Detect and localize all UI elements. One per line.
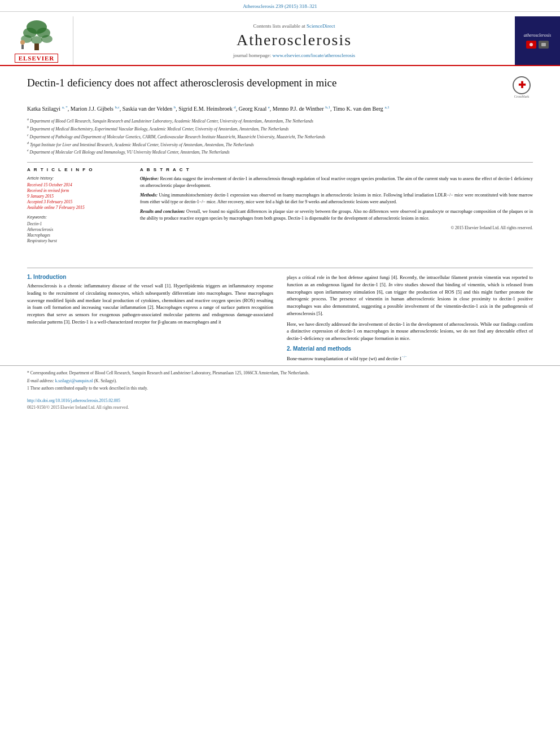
thumb-icon-2 [539, 41, 549, 49]
right-col: plays a critical role in the host defens… [287, 274, 533, 365]
svg-point-9 [530, 43, 533, 46]
corresponding-author-note: * Corresponding author. Department of Bl… [27, 370, 533, 377]
thumb-icon-1 [526, 41, 536, 49]
article-info-heading: A R T I C L E I N F O [27, 167, 129, 172]
authors-line: Katka Szilagyi a, *, Marion J.J. Gijbels… [27, 104, 533, 113]
svg-rect-8 [21, 45, 24, 49]
history-label: Article history: [27, 176, 129, 181]
accepted-date: Accepted 3 February 2015 [27, 199, 129, 204]
doi-link[interactable]: http://dx.doi.org/10.1016/j.atherosclero… [27, 398, 120, 403]
received-date: Received 15 October 2014 [27, 182, 129, 187]
objective-label: Objective: [140, 176, 159, 181]
affiliation-e: e Department of Molecular Cell Biology a… [27, 148, 533, 155]
info-abstract-section: A R T I C L E I N F O Article history: R… [27, 167, 533, 244]
affiliation-d: d Tytgat Institute for Liver and Intesti… [27, 141, 533, 148]
keywords-label: Keywords: [27, 215, 129, 220]
crossmark-badge: ✚ CrossMark [510, 76, 533, 99]
homepage-line: journal homepage: www.elsevier.com/locat… [233, 53, 355, 58]
paper-body: Dectin-1 deficiency does not affect athe… [0, 66, 560, 262]
journal-thumb-text: atherosclerosis [524, 33, 551, 38]
keyword-4: Respiratory burst [27, 238, 129, 243]
abstract-methods: Methods: Using immunohistochemistry dect… [140, 192, 533, 205]
results-label: Results and conclusion: [140, 209, 185, 214]
journal-title-area: Contents lists available at ScienceDirec… [73, 16, 515, 65]
intro-text-2: plays a critical role in the host defens… [287, 274, 533, 317]
email-suffix: (K. Szilagyi). [94, 378, 117, 383]
methods-text: Using immunohistochemistry dectin-1 expr… [140, 193, 533, 204]
main-content: 1. Introduction Atherosclerosis is a chr… [0, 268, 560, 365]
journal-name: Atherosclerosis [237, 31, 352, 49]
revised-label: Received in revised form [27, 188, 129, 193]
crossmark-cross-icon: ✚ [518, 81, 526, 90]
footnotes-section: * Corresponding author. Department of Bl… [0, 365, 560, 396]
results-text: Overall, we found no significant differe… [140, 209, 533, 221]
crossmark-label: CrossMark [514, 95, 530, 98]
issn-line: 0021-9150/© 2015 Elsevier Ireland Ltd. A… [0, 404, 560, 414]
divider-1 [27, 162, 533, 163]
elsevier-tree-icon [14, 19, 59, 53]
journal-thumbnail: atherosclerosis [515, 16, 560, 65]
doi-line: http://dx.doi.org/10.1016/j.atherosclero… [0, 396, 560, 404]
keyword-1: Dectin-1 [27, 221, 129, 226]
svg-point-7 [20, 40, 25, 45]
two-col-main: 1. Introduction Atherosclerosis is a chr… [27, 274, 533, 365]
svg-point-4 [31, 36, 42, 44]
affiliation-a: a Department of Blood Cell Research, San… [27, 117, 533, 124]
affiliation-b: b Department of Medical Biochemistry, Ex… [27, 125, 533, 132]
left-col: 1. Introduction Atherosclerosis is a chr… [27, 274, 273, 365]
crossmark-circle: ✚ [513, 76, 531, 94]
equal-contrib-note: 1 These authors contributed equally to t… [27, 386, 533, 392]
citation-text: Atherosclerosis 239 (2015) 318–321 [243, 3, 317, 9]
objective-text: Recent data suggest the involvement of d… [140, 176, 533, 188]
intro-text-3: Here, we have directly addressed the inv… [287, 321, 533, 342]
abstract-objective: Objective: Recent data suggest the invol… [140, 176, 533, 189]
available-date: Available online 7 February 2015 [27, 205, 129, 210]
email-label: E-mail address: [27, 378, 54, 383]
email-link[interactable]: k.szilagyi@sanquin.nl [55, 378, 93, 383]
copyright-line: © 2015 Elsevier Ireland Ltd. All rights … [140, 225, 533, 230]
affiliation-c: c Department of Pathology and Department… [27, 133, 533, 140]
keyword-2: Atherosclerosis [27, 227, 129, 232]
article-title: Dectin-1 deficiency does not affect athe… [27, 76, 510, 90]
methods-text-1: Bone-marrow transplantation of wild type… [287, 354, 533, 362]
svg-rect-10 [541, 43, 546, 46]
affiliations-block: a Department of Blood Cell Research, San… [27, 117, 533, 155]
contents-available-line: Contents lists available at ScienceDirec… [253, 23, 335, 29]
abstract-heading: A B S T R A C T [140, 167, 533, 172]
sciencedirect-link[interactable]: ScienceDirect [307, 23, 335, 29]
journal-thumb-icons [526, 41, 549, 49]
keyword-3: Macrophages [27, 233, 129, 238]
citation-bar: Atherosclerosis 239 (2015) 318–321 [0, 0, 560, 12]
journal-header: ELSEVIER Contents lists available at Sci… [0, 12, 560, 66]
methods-label: Methods: [140, 193, 158, 198]
elsevier-brand: ELSEVIER [15, 54, 59, 63]
abstract-col: A B S T R A C T Objective: Recent data s… [140, 167, 533, 244]
abstract-results: Results and conclusion: Overall, we foun… [140, 208, 533, 221]
intro-text-1: Atherosclerosis is a chronic inflammator… [27, 282, 273, 326]
article-info-col: A R T I C L E I N F O Article history: R… [27, 167, 129, 244]
email-note: E-mail address: k.szilagyi@sanquin.nl (K… [27, 378, 533, 385]
journal-homepage-link[interactable]: www.elsevier.com/locate/atherosclerosis [273, 53, 355, 58]
publisher-logo: ELSEVIER [0, 16, 73, 65]
intro-heading: 1. Introduction [27, 274, 273, 280]
section-divider [27, 268, 533, 268]
svg-rect-6 [34, 43, 39, 50]
revised-date: 9 January 2015 [27, 194, 129, 199]
methods-heading: 2. Material and methods [287, 346, 533, 352]
title-row: Dectin-1 deficiency does not affect athe… [27, 76, 533, 99]
keywords-section: Keywords: Dectin-1 Atherosclerosis Macro… [27, 215, 129, 243]
svg-point-5 [41, 35, 53, 43]
